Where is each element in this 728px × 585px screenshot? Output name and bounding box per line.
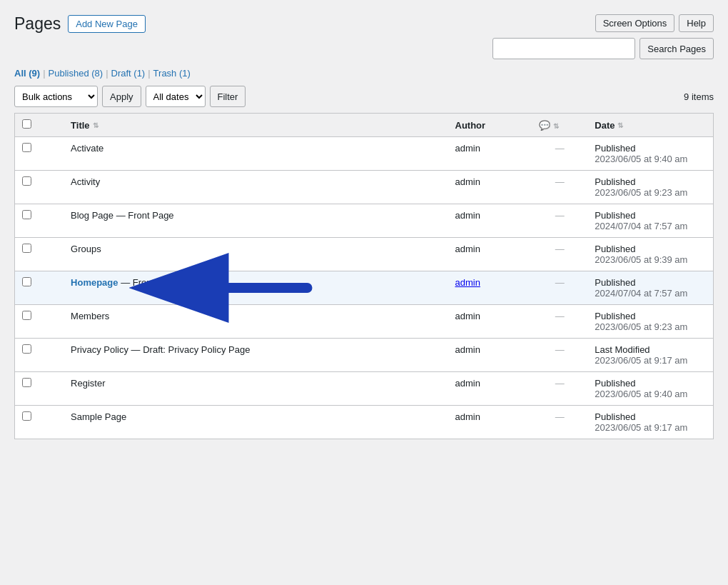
author-blurred: admin (455, 210, 480, 221)
help-button[interactable]: Help (679, 14, 714, 32)
header-search-row: Pages Add New Page Screen Options Help (14, 14, 714, 34)
row-date-cell: Published2023/06/05 at 9:23 am (587, 171, 713, 204)
row-date-cell: Published2023/06/05 at 9:40 am (587, 372, 713, 406)
date-value: 2023/06/05 at 9:40 am (595, 154, 687, 164)
row-author-cell: admin (448, 271, 532, 305)
author-link[interactable]: admin (455, 277, 480, 288)
date-sort-icon: ⇅ (617, 121, 625, 129)
dates-dropdown[interactable]: All dates (146, 86, 206, 107)
author-blurred: admin (455, 311, 480, 321)
date-value: 2023/06/05 at 9:23 am (595, 187, 687, 198)
page-title-area: Pages Add New Page (14, 14, 146, 34)
date-status: Published (595, 277, 635, 288)
row-checkbox-cell (15, 305, 64, 339)
row-date-cell: Published2023/06/05 at 9:17 am (587, 406, 713, 439)
filter-all[interactable]: All (9) (14, 68, 40, 79)
page-title-suffix: — Front Page (118, 277, 179, 288)
comments-icon: 💬 (539, 120, 550, 131)
items-count: 9 items (684, 91, 714, 102)
date-status: Published (595, 143, 635, 154)
date-value: 2023/06/05 at 9:40 am (595, 389, 687, 399)
row-date-cell: Last Modified2023/06/05 at 9:17 am (587, 339, 713, 372)
page-title-blurred: Activity (71, 176, 100, 187)
table-row: Registeradmin—Published2023/06/05 at 9:4… (15, 372, 714, 406)
date-status: Published (595, 311, 635, 321)
col-header-title[interactable]: Title ⇅ (64, 114, 448, 137)
date-value: 2024/07/04 at 7:57 am (595, 288, 687, 299)
col-header-checkbox (15, 114, 64, 137)
row-date-cell: Published2024/07/04 at 7:57 am (587, 271, 713, 305)
table-row: Homepage — Front Pageadmin—Published2024… (15, 271, 714, 305)
page-title-blurred: Register (71, 378, 105, 389)
table-body: Activateadmin—Published2023/06/05 at 9:4… (15, 137, 714, 439)
row-checkbox[interactable] (22, 311, 31, 320)
row-checkbox-cell (15, 238, 64, 271)
page-title-link[interactable]: Homepage (71, 277, 118, 288)
row-title-cell: Register (64, 372, 448, 406)
date-status: Last Modified (595, 344, 649, 355)
filter-published[interactable]: Published (8) (49, 68, 103, 79)
table-row: Sample Pageadmin—Published2023/06/05 at … (15, 406, 714, 439)
row-comments-cell: — (532, 238, 587, 271)
row-comments-cell: — (532, 305, 587, 339)
col-header-comments: 💬 ⇅ (532, 114, 587, 137)
search-pages-button[interactable]: Search Pages (639, 38, 714, 59)
row-comments-cell: — (532, 372, 587, 406)
table-row: Membersadmin—Published2023/06/05 at 9:23… (15, 305, 714, 339)
row-comments-cell: — (532, 171, 587, 204)
apply-button[interactable]: Apply (102, 86, 141, 107)
page-title-blurred: Blog Page — Front Page (71, 210, 174, 221)
bulk-actions-dropdown[interactable]: Bulk actions Edit Move to Trash (14, 86, 98, 107)
row-author-cell: admin (448, 204, 532, 238)
author-blurred: admin (455, 244, 480, 254)
row-checkbox[interactable] (22, 277, 31, 286)
row-checkbox[interactable] (22, 210, 31, 219)
date-value: 2024/07/04 at 7:57 am (595, 221, 687, 231)
filter-trash[interactable]: Trash (1) (153, 68, 191, 79)
page-title-blurred: Groups (71, 244, 101, 254)
author-blurred: admin (455, 176, 480, 187)
row-checkbox[interactable] (22, 411, 31, 421)
row-author-cell: admin (448, 137, 532, 171)
row-date-cell: Published2023/06/05 at 9:40 am (587, 137, 713, 171)
date-status: Published (595, 210, 635, 221)
row-title-cell: Blog Page — Front Page (64, 204, 448, 238)
row-checkbox-cell (15, 271, 64, 305)
page-wrapper: Pages Add New Page Screen Options Help S… (14, 14, 714, 439)
row-title-cell: Homepage — Front Page (64, 271, 448, 305)
row-checkbox[interactable] (22, 344, 31, 354)
row-author-cell: admin (448, 171, 532, 204)
row-author-cell: admin (448, 406, 532, 439)
tablenav-left: Bulk actions Edit Move to Trash Apply Al… (14, 86, 246, 107)
row-checkbox[interactable] (22, 378, 31, 387)
row-title-cell: Groups (64, 238, 448, 271)
page-title: Pages (14, 14, 61, 34)
date-value: 2023/06/05 at 9:23 am (595, 321, 687, 332)
select-all-checkbox[interactable] (22, 119, 31, 129)
add-new-page-button[interactable]: Add New Page (68, 15, 146, 33)
row-checkbox[interactable] (22, 176, 31, 186)
filter-links: All (9) | Published (8) | Draft (1) | Tr… (14, 68, 714, 79)
row-checkbox-cell (15, 339, 64, 372)
filter-draft[interactable]: Draft (1) (111, 68, 146, 79)
table-container: Title ⇅ Author 💬 ⇅ Date ⇅ (14, 113, 714, 439)
table-row: Activityadmin—Published2023/06/05 at 9:2… (15, 171, 714, 204)
row-checkbox[interactable] (22, 143, 31, 152)
screen-options-button[interactable]: Screen Options (595, 14, 675, 32)
author-blurred: admin (455, 143, 480, 154)
table-header-row: Title ⇅ Author 💬 ⇅ Date ⇅ (15, 114, 714, 137)
date-status: Published (595, 244, 635, 254)
row-date-cell: Published2023/06/05 at 9:39 am (587, 238, 713, 271)
author-blurred: admin (455, 378, 480, 389)
row-date-cell: Published2023/06/05 at 9:23 am (587, 305, 713, 339)
date-status: Published (595, 411, 635, 422)
filter-button[interactable]: Filter (210, 86, 246, 107)
row-author-cell: admin (448, 339, 532, 372)
col-header-date[interactable]: Date ⇅ (587, 114, 713, 137)
author-blurred: admin (455, 411, 480, 422)
row-checkbox-cell (15, 171, 64, 204)
row-title-cell: Privacy Policy — Draft: Privacy Policy P… (64, 339, 448, 372)
search-input[interactable] (492, 38, 635, 59)
date-value: 2023/06/05 at 9:17 am (595, 355, 687, 366)
row-checkbox[interactable] (22, 244, 31, 253)
